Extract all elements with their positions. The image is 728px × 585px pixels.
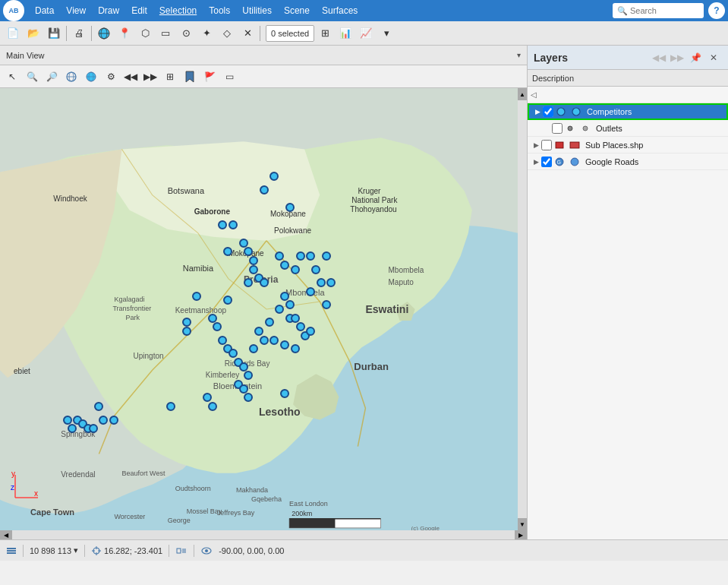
layers-back-btn[interactable]: ◀◀	[651, 49, 667, 66]
layers-search-row: ◁	[528, 87, 728, 103]
polygon-button[interactable]: ⬡	[135, 24, 155, 43]
map-flag[interactable]: 🚩	[200, 68, 219, 86]
svg-text:National Park: National Park	[351, 196, 398, 204]
layer-checkbox-competitors[interactable]	[543, 106, 553, 117]
svg-text:Makhanda: Makhanda	[236, 486, 269, 494]
select-rect-button[interactable]: ▭	[156, 24, 175, 43]
open-button[interactable]: 📂	[24, 24, 43, 43]
status-coords-id: 10 898 113 ▾	[30, 545, 78, 555]
layer-expand-sub-places[interactable]: ▶	[531, 141, 541, 149]
svg-rect-69	[7, 550, 16, 552]
svg-rect-64	[570, 142, 579, 148]
layers-pin-btn[interactable]: 📌	[687, 49, 704, 66]
layer-name-sub-places: Sub Places.shp	[585, 141, 725, 150]
layer-checkbox-google-roads[interactable]	[541, 157, 552, 167]
select-lasso-button[interactable]: ⊙	[176, 24, 196, 43]
search-input[interactable]	[630, 6, 698, 15]
svg-text:Transfrontier: Transfrontier	[112, 305, 151, 312]
new-button[interactable]: 📄	[3, 24, 23, 43]
svg-text:East London: East London	[289, 500, 328, 508]
svg-text:Oudtshoorn: Oudtshoorn	[175, 485, 211, 492]
layers-close-btn[interactable]: ✕	[705, 49, 722, 66]
status-layers	[6, 545, 17, 556]
layer-checkbox-sub-places[interactable]	[541, 140, 552, 150]
map-back[interactable]: ◀◀	[121, 68, 140, 86]
map-bookmark[interactable]	[181, 68, 199, 86]
svg-text:Eswatini: Eswatini	[365, 303, 408, 315]
help-button[interactable]: ?	[708, 2, 725, 19]
layer-item-sub-places[interactable]: ▶ Sub Places.shp	[528, 137, 728, 153]
save-button[interactable]: 💾	[44, 24, 64, 43]
menu-surfaces[interactable]: Surfaces	[316, 0, 364, 21]
layer-vis-competitors	[555, 106, 567, 118]
layer-expand-competitors[interactable]: ▶	[532, 108, 543, 115]
status-sep-1	[23, 545, 24, 557]
svg-text:G: G	[557, 160, 561, 165]
layer-expand-google-roads[interactable]: ▶	[531, 158, 541, 166]
toolbar-sep-2	[91, 26, 92, 41]
svg-text:Mokopane: Mokopane	[270, 210, 306, 218]
layers-filter-icon: ◁	[531, 90, 537, 99]
chart-button[interactable]: 📈	[356, 24, 376, 43]
map-globe-wire[interactable]	[62, 68, 80, 86]
map-zoom-out[interactable]: 🔎	[43, 68, 61, 86]
map-header: Main View ▾	[0, 46, 527, 65]
menu-edit[interactable]: Edit	[125, 0, 153, 21]
select-poly-button[interactable]: ◇	[217, 24, 237, 43]
layer-checkbox-outlets[interactable]	[552, 123, 563, 134]
menu-scene[interactable]: Scene	[278, 0, 316, 21]
map-gear[interactable]: ⚙	[102, 68, 120, 86]
menu-view[interactable]: View	[60, 0, 92, 21]
app-logo: AB	[3, 0, 24, 21]
svg-rect-63	[556, 142, 563, 148]
map-header-dropdown[interactable]: ▾	[517, 51, 521, 59]
dropdown-arrow[interactable]: ▾	[377, 24, 396, 43]
map-svg: Windhoek Botswana Gaborone Mokopane Thoh…	[0, 88, 518, 530]
svg-point-60	[572, 108, 580, 115]
layer-name-outlets: Outlets	[596, 124, 725, 133]
map-pin-button[interactable]: 📍	[115, 24, 134, 43]
svg-text:Durban: Durban	[354, 361, 389, 372]
map-zoom-in[interactable]: 🔍	[23, 68, 41, 86]
map-globe-solid[interactable]	[82, 68, 100, 86]
map-scrollbar-v[interactable]: ▲ ▼	[518, 88, 527, 530]
deselect-button[interactable]: ✕	[238, 24, 257, 43]
menu-draw[interactable]: Draw	[92, 0, 125, 21]
layers-forward-btn[interactable]: ▶▶	[669, 49, 685, 66]
map-forward[interactable]: ▶▶	[141, 68, 159, 86]
menu-tools[interactable]: Tools	[203, 0, 236, 21]
layer-item-competitors[interactable]: ▶ Competitors	[528, 103, 728, 120]
layers-col-description: Description	[532, 74, 574, 83]
map-container[interactable]: Windhoek Botswana Gaborone Mokopane Thoh…	[0, 88, 518, 530]
svg-text:Cape Town: Cape Town	[30, 508, 74, 517]
map-grid[interactable]: ⊞	[161, 68, 179, 86]
main-content: Main View ▾ ↖ 🔍 🔎 ⚙ ◀◀ ▶▶ ⊞ 🚩 ▭	[0, 46, 728, 539]
svg-text:Park: Park	[125, 314, 140, 321]
print-button[interactable]: 🖨	[69, 24, 89, 43]
menu-utilities[interactable]: Utilities	[236, 0, 278, 21]
svg-rect-68	[7, 552, 16, 554]
svg-text:Gaborone: Gaborone	[194, 207, 231, 216]
svg-rect-70	[7, 548, 16, 549]
menu-selection[interactable]: Selection	[153, 0, 203, 21]
svg-rect-49	[289, 519, 335, 528]
menu-data[interactable]: Data	[29, 0, 60, 21]
table-button[interactable]: 📊	[336, 24, 355, 43]
globe-button[interactable]	[94, 24, 114, 43]
svg-text:Gqeberha: Gqeberha	[251, 495, 282, 503]
svg-text:z: z	[11, 483, 14, 492]
layer-item-outlets[interactable]: Outlets	[528, 120, 728, 137]
map-rect-select[interactable]: ▭	[220, 68, 238, 86]
map-arrow-tool[interactable]: ↖	[3, 68, 21, 86]
select-view-button[interactable]: ⊞	[315, 24, 335, 43]
svg-point-80	[205, 549, 208, 552]
status-dropdown[interactable]: ▾	[74, 545, 78, 555]
toolbar-sep-1	[66, 26, 67, 41]
svg-text:Thohoyandou: Thohoyandou	[350, 205, 396, 213]
svg-text:(c) Google: (c) Google	[411, 525, 440, 530]
select-point-button[interactable]: ✦	[197, 24, 216, 43]
map-view-title: Main View	[6, 51, 45, 60]
svg-text:x: x	[34, 489, 38, 498]
layer-item-google-roads[interactable]: ▶ G Google Roads	[528, 153, 728, 170]
map-scrollbar-h[interactable]: ◀ ▶	[0, 530, 527, 539]
